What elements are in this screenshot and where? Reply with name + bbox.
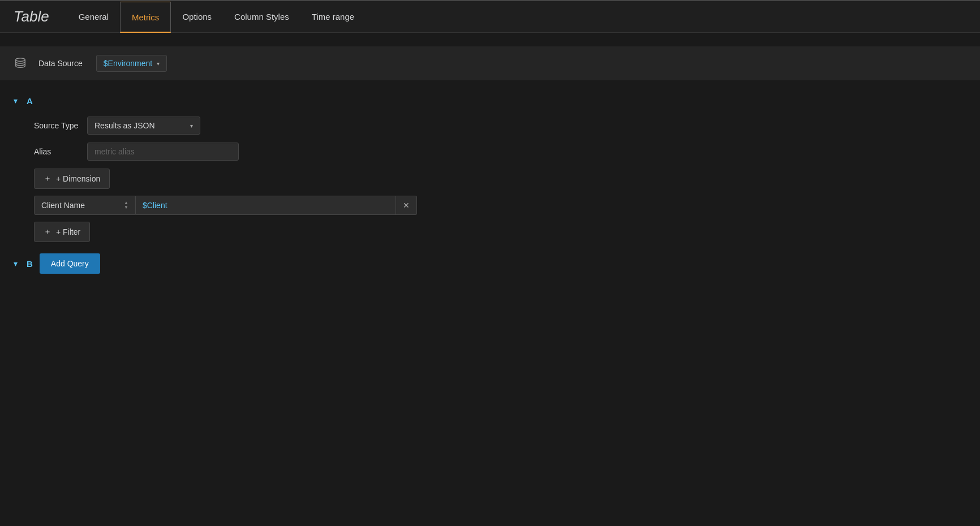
add-query-label: Add Query [51,259,89,268]
alias-row: Alias [34,143,969,161]
panel-title: Table [14,8,49,25]
source-type-row: Source Type Results as JSON ▾ [34,117,969,135]
panel-header: Table General Metrics Options Column Sty… [0,1,980,33]
query-b-section: ▾ B Add Query [0,253,980,274]
query-b-label: B [27,259,33,269]
chevron-down-icon: ▾ [190,123,193,129]
chevron-down-icon: ▾ [157,61,160,67]
main-content: Data Source $Environment ▾ ▾ A Source Ty… [0,33,980,287]
data-source-label: Data Source [38,59,83,68]
query-b-arrow: ▾ [14,259,18,268]
dimension-name-value: Client Name [41,201,85,210]
query-b-collapse-btn[interactable]: ▾ [11,257,20,270]
data-source-dropdown[interactable]: $Environment ▾ [96,55,167,72]
query-a-label: A [27,96,33,106]
alias-input[interactable] [87,143,239,161]
add-dimension-button[interactable]: ＋ + Dimension [34,169,110,189]
dimension-value: $Client [136,196,396,215]
query-b-row: ▾ B Add Query [11,253,969,274]
query-a-section: ▾ A Source Type Results as JSON ▾ Alias … [0,94,980,242]
add-filter-label: + Filter [56,227,80,236]
plus-icon: ＋ [44,174,51,184]
source-type-label: Source Type [34,121,79,130]
tab-time-range[interactable]: Time range [300,2,366,33]
add-dimension-label: + Dimension [56,174,100,183]
tab-metrics[interactable]: Metrics [120,2,171,33]
close-icon: ✕ [403,201,410,210]
sort-icon: ▲ ▼ [124,201,128,210]
dimension-remove-button[interactable]: ✕ [396,196,417,215]
data-source-value: $Environment [104,59,152,68]
tab-options[interactable]: Options [171,2,223,33]
tab-general[interactable]: General [67,2,120,33]
dimension-row: Client Name ▲ ▼ $Client ✕ [34,196,969,215]
plus-icon: ＋ [44,227,51,237]
tab-bar: General Metrics Options Column Styles Ti… [67,1,366,32]
query-a-arrow: ▾ [14,96,18,105]
query-a-header: ▾ A [11,94,969,107]
dimension-name-dropdown[interactable]: Client Name ▲ ▼ [34,196,136,215]
svg-point-0 [16,58,25,62]
query-a-collapse-btn[interactable]: ▾ [11,94,20,107]
database-icon [11,54,29,72]
tab-column-styles[interactable]: Column Styles [223,2,300,33]
add-filter-button[interactable]: ＋ + Filter [34,222,90,242]
alias-label: Alias [34,147,79,156]
add-query-button[interactable]: Add Query [40,253,100,274]
data-source-row: Data Source $Environment ▾ [0,46,980,80]
source-type-value: Results as JSON [94,121,155,130]
source-type-dropdown[interactable]: Results as JSON ▾ [87,117,200,135]
